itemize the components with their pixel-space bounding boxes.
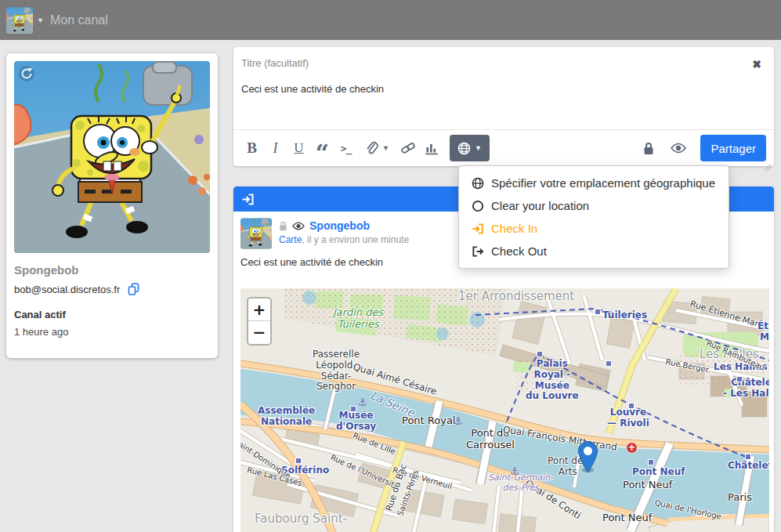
zoom-out-button[interactable]: − xyxy=(248,321,270,344)
channel-status-label: Canal actif xyxy=(14,309,210,320)
menu-item-label: Check In xyxy=(491,222,537,235)
code-button[interactable]: >_ xyxy=(335,135,356,161)
map-zoom-control: + − xyxy=(247,297,272,346)
post-body-textarea[interactable]: Ceci est une activité de checkin xyxy=(233,76,772,128)
bar-chart-icon xyxy=(425,142,439,155)
spongebob-profile-image xyxy=(14,61,210,253)
post-body-text: Ceci est une activité de checkin xyxy=(240,256,383,268)
post-editor: ✖ Ceci est une activité de checkin B I U… xyxy=(233,47,774,166)
spongebob-avatar-image xyxy=(240,218,272,249)
eye-icon[interactable] xyxy=(292,222,305,230)
editor-toolbar: B I U “ >_ ▼ xyxy=(233,129,774,166)
profile-card: Spongebob bob@social.discretos.fr Canal … xyxy=(6,53,218,358)
bold-button[interactable]: B xyxy=(241,135,262,161)
underline-button[interactable]: U xyxy=(288,135,309,161)
copy-address-button[interactable] xyxy=(128,283,139,295)
post-author-name[interactable]: Spongebob xyxy=(309,219,370,232)
refresh-icon[interactable] xyxy=(18,65,35,82)
poll-button[interactable] xyxy=(421,135,443,161)
post-author-avatar[interactable] xyxy=(240,218,272,249)
chevron-down-icon[interactable]: ▼ xyxy=(37,16,44,24)
map[interactable]: 1er ArrondissementJardin des TuileriesTu… xyxy=(240,288,769,532)
zoom-in-button[interactable]: + xyxy=(248,299,270,321)
map-tiles xyxy=(240,288,769,532)
post-location-link[interactable]: Carte xyxy=(279,234,302,245)
menu-item-check-in[interactable]: Check In xyxy=(459,217,729,240)
location-button[interactable]: ▼ xyxy=(450,135,490,161)
menu-item-label: Clear your location xyxy=(491,199,589,212)
quote-button[interactable]: “ xyxy=(312,135,333,161)
chevron-down-icon: ▼ xyxy=(382,144,389,152)
channel-status-time: 1 heure ago xyxy=(14,326,210,338)
copy-icon xyxy=(128,283,139,295)
attach-button[interactable]: ▼ xyxy=(365,135,389,161)
navbar-avatar[interactable] xyxy=(6,7,33,34)
location-dropdown-menu: Spécifier votre emplacement géographique… xyxy=(458,165,729,269)
link-icon xyxy=(401,142,415,154)
profile-image[interactable] xyxy=(14,61,210,253)
close-icon[interactable]: ✖ xyxy=(752,59,761,70)
spongebob-avatar-image xyxy=(6,7,33,34)
globe-icon xyxy=(472,177,484,190)
sign-in-icon xyxy=(472,223,484,235)
eye-icon xyxy=(671,143,686,154)
profile-name: Spongebob xyxy=(14,263,210,277)
share-button[interactable]: Partager xyxy=(700,135,766,161)
globe-icon xyxy=(457,142,471,155)
post-author-block: Spongebob Carte, il y a environ une minu… xyxy=(240,218,409,249)
lock-icon xyxy=(643,142,654,155)
menu-item-check-out[interactable]: Check Out xyxy=(459,240,729,262)
channel-title: Mon canal xyxy=(50,13,108,27)
menu-item-clear-location[interactable]: Clear your location xyxy=(459,194,729,217)
profile-address: bob@social.discretos.fr xyxy=(14,284,120,295)
insert-link-button[interactable] xyxy=(398,135,419,161)
menu-item-set-location[interactable]: Spécifier votre emplacement géographique xyxy=(459,172,729,194)
paperclip-icon xyxy=(365,141,378,155)
sign-out-icon xyxy=(472,245,484,258)
menu-item-label: Check Out xyxy=(491,244,547,258)
italic-button[interactable]: I xyxy=(265,135,286,161)
preview-button[interactable] xyxy=(667,135,689,161)
title-input[interactable] xyxy=(233,47,747,76)
sign-in-icon xyxy=(241,193,255,206)
menu-item-label: Spécifier votre emplacement géographique xyxy=(491,176,715,190)
navbar: ▼ Mon canal xyxy=(0,0,781,40)
post-timestamp: , il y a environ une minute xyxy=(302,234,409,245)
lock-icon xyxy=(279,221,287,231)
circle-outline-icon xyxy=(472,200,484,212)
permissions-button[interactable] xyxy=(638,135,659,161)
chevron-down-icon: ▼ xyxy=(475,144,482,152)
map-marker-icon[interactable] xyxy=(578,441,598,473)
